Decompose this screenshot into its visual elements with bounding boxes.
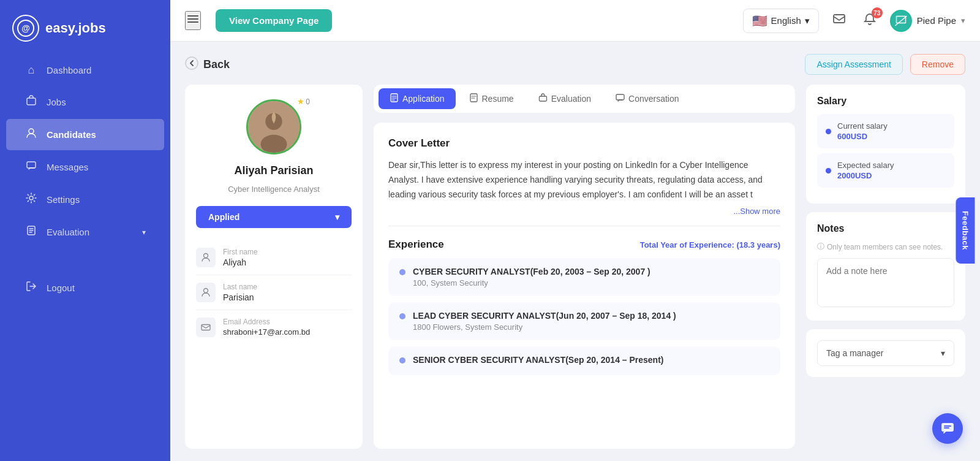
tab-conversation-label: Conversation <box>628 94 679 104</box>
back-label: Back <box>203 58 230 71</box>
remove-button[interactable]: Remove <box>910 54 965 75</box>
evaluation-icon <box>24 225 38 239</box>
last-name-label: Last name <box>223 283 257 291</box>
sidebar-item-dashboard[interactable]: ⌂ Dashboard <box>6 55 164 85</box>
sidebar-label-settings: Settings <box>47 194 80 205</box>
logo-text: easy.jobs <box>45 20 106 36</box>
total-years: (18.3 years) <box>736 240 780 250</box>
exp-company-2: 1800 Flowers, System Security <box>413 322 676 332</box>
salary-title: Salary <box>817 96 954 107</box>
feedback-tab[interactable]: Feedback <box>956 197 975 264</box>
status-chevron-icon: ▾ <box>335 212 339 222</box>
star-icon: ★ <box>297 97 304 106</box>
chat-fab[interactable] <box>932 413 963 444</box>
evaluation-chevron-icon: ▾ <box>142 228 146 237</box>
star-rating: ★ 0 <box>297 97 310 106</box>
salary-card: Salary Current salary 600USD Expected sa… <box>806 85 965 204</box>
experience-title: Experience <box>388 238 444 251</box>
first-name-value: Aliyah <box>223 257 258 267</box>
experience-header: Experience Total Year of Experience: (18… <box>388 238 780 251</box>
person2-icon <box>196 283 216 302</box>
exp-item-1: CYBER SECURITY ANALYST(Feb 20, 2003 – Se… <box>388 258 780 296</box>
exp-dot-2 <box>399 313 405 319</box>
main-area: View Company Page 🇺🇸 English ▾ 73 Pied P… <box>170 0 980 461</box>
salary-dot-expected <box>826 168 831 173</box>
sidebar-label-evaluation: Evaluation <box>47 227 89 237</box>
svg-rect-19 <box>941 423 954 432</box>
expected-salary-label: Expected salary <box>837 161 894 170</box>
svg-rect-18 <box>616 94 624 100</box>
exp-dot-3 <box>399 357 405 364</box>
current-salary-value: 600USD <box>837 132 888 141</box>
notes-subtitle: ⓘ Only team members can see notes. <box>817 242 954 252</box>
sidebar-nav: ⌂ Dashboard Jobs Candidates Messages S <box>0 54 170 461</box>
email-icon <box>196 318 216 337</box>
sidebar-item-candidates[interactable]: Candidates <box>6 119 164 150</box>
sidebar-label-candidates: Candidates <box>47 129 96 140</box>
user-menu[interactable]: Pied Pipe ▾ <box>890 10 965 32</box>
user-chevron-icon: ▾ <box>961 16 965 25</box>
right-panel: Salary Current salary 600USD Expected sa… <box>806 85 965 449</box>
notes-input[interactable] <box>817 258 954 307</box>
notifications-button[interactable]: 73 <box>859 9 880 32</box>
top-actions: Assign Assessment Remove <box>805 54 965 75</box>
show-more-link[interactable]: ...Show more <box>388 207 780 216</box>
status-dropdown[interactable]: Applied ▾ <box>196 206 352 228</box>
application-tab-icon <box>390 93 399 104</box>
tab-resume[interactable]: Resume <box>458 88 525 109</box>
info-icon: ⓘ <box>817 242 824 252</box>
cover-letter-title: Cover Letter <box>388 137 780 150</box>
tab-conversation[interactable]: Conversation <box>605 88 690 109</box>
tab-application[interactable]: Application <box>379 88 456 109</box>
middle-panel: Application Resume Evaluation <box>374 85 795 449</box>
tag-chevron-icon: ▾ <box>941 348 945 358</box>
exp-dot-1 <box>399 269 405 275</box>
last-name-row: Last name Parisian <box>196 275 352 310</box>
candidate-name: Aliyah Parisian <box>234 164 313 177</box>
total-label: Total Year of Experience: <box>640 240 734 250</box>
notes-card: Notes ⓘ Only team members can see notes. <box>806 212 965 321</box>
sidebar-item-logout[interactable]: Logout <box>6 272 164 303</box>
expected-salary-item: Expected salary 2000USD <box>817 153 954 188</box>
back-arrow-icon <box>185 56 198 73</box>
svg-point-12 <box>204 254 208 258</box>
tab-evaluation-label: Evaluation <box>551 94 591 104</box>
flag-icon: 🇺🇸 <box>752 13 767 28</box>
lang-chevron-icon: ▾ <box>805 15 810 26</box>
resume-tab-icon <box>469 93 478 104</box>
language-label: English <box>771 15 801 26</box>
email-label: Email Address <box>223 318 310 326</box>
svg-rect-14 <box>202 325 210 330</box>
svg-rect-4 <box>27 162 36 168</box>
exp-job-3: SENIOR CYBER SECURITY ANALYST(Sep 20, 20… <box>413 355 664 365</box>
conversation-tab-icon <box>616 93 625 104</box>
sidebar-item-settings[interactable]: Settings <box>6 184 164 215</box>
home-icon: ⌂ <box>24 64 38 77</box>
view-company-page-button[interactable]: View Company Page <box>216 9 332 32</box>
svg-point-13 <box>204 289 208 293</box>
messages-button[interactable] <box>829 9 850 32</box>
settings-icon <box>24 192 38 207</box>
svg-rect-7 <box>834 15 845 23</box>
cover-letter-text: Dear sir,This letter is to express my in… <box>388 158 780 202</box>
tag-manager-card: Tag a manager ▾ <box>806 329 965 377</box>
assign-assessment-button[interactable]: Assign Assessment <box>805 54 902 75</box>
sidebar-item-jobs[interactable]: Jobs <box>6 86 164 118</box>
jobs-icon <box>24 95 38 109</box>
first-name-row: First name Aliyah <box>196 240 352 275</box>
exp-job-2: LEAD CYBER SECURITY ANALYST(Jun 20, 2007… <box>413 311 676 321</box>
sidebar-item-messages[interactable]: Messages <box>6 151 164 183</box>
sidebar-label-jobs: Jobs <box>47 97 66 107</box>
language-selector[interactable]: 🇺🇸 English ▾ <box>743 9 819 33</box>
tab-resume-label: Resume <box>482 94 514 104</box>
candidate-avatar <box>246 99 301 154</box>
salary-dot-current <box>826 129 831 134</box>
tab-evaluation[interactable]: Evaluation <box>527 88 602 109</box>
back-button[interactable]: Back <box>185 56 230 73</box>
sidebar-item-evaluation[interactable]: Evaluation ▾ <box>6 216 164 248</box>
tag-manager-dropdown[interactable]: Tag a manager ▾ <box>817 340 954 366</box>
svg-rect-2 <box>27 98 36 105</box>
hamburger-button[interactable] <box>185 11 201 30</box>
logout-icon <box>24 281 38 295</box>
candidate-avatar-wrap: ★ 0 <box>246 99 301 154</box>
